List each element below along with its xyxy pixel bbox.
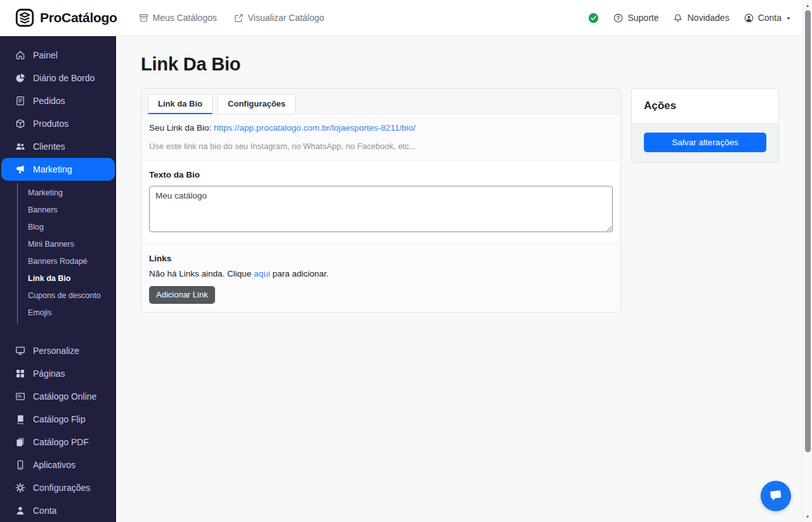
links-empty-message: Não há Links ainda. Clique aqui para adi… bbox=[149, 269, 613, 278]
megaphone-icon bbox=[15, 164, 25, 174]
topnav-novidades[interactable]: Novidades bbox=[673, 13, 729, 23]
app-logo-text: ProCatálogo bbox=[40, 10, 117, 25]
topnav-suporte[interactable]: Suporte bbox=[613, 13, 658, 23]
sidebar-item-label: Conta bbox=[33, 506, 56, 516]
check-circle-icon bbox=[588, 13, 599, 23]
tab-configuracoes[interactable]: Configurações bbox=[218, 94, 296, 114]
add-link-button[interactable]: Adicionar Link bbox=[149, 286, 215, 304]
sidebar-item-catalogo-pdf[interactable]: Catálogo PDF bbox=[0, 431, 116, 453]
sidebar-item-marketing[interactable]: Marketing bbox=[1, 158, 115, 181]
actions-card-header: Ações bbox=[632, 89, 778, 124]
sidebar-group: PainelDiário de BordoPedidosProdutosClie… bbox=[0, 44, 116, 324]
sidebar-item-clientes[interactable]: Clientes bbox=[0, 135, 116, 158]
sidebar-item-configuracoes[interactable]: Configurações bbox=[0, 476, 116, 499]
bio-link-url[interactable]: https://app.procatalogo.com.br/lojaespor… bbox=[214, 123, 416, 133]
people-icon bbox=[15, 141, 25, 152]
actions-card-body: Salvar alterações bbox=[632, 124, 778, 162]
submenu-item-mini-banners[interactable]: Mini Banners bbox=[18, 236, 116, 253]
save-button[interactable]: Salvar alterações bbox=[644, 133, 766, 152]
sidebar-submenu: MarketingBannersBlogMini BannersBanners … bbox=[17, 183, 116, 324]
scrollbar-up-arrow[interactable]: ▲ bbox=[803, 1, 812, 10]
topnav-label: Novidades bbox=[687, 13, 729, 23]
card-icon bbox=[15, 391, 25, 401]
submenu-item-cupons-de-desconto[interactable]: Cupons de desconto bbox=[18, 287, 116, 304]
external-link-icon bbox=[234, 13, 244, 23]
person-circle-icon bbox=[744, 13, 754, 23]
chat-button[interactable] bbox=[761, 481, 791, 511]
topnav-label: Meus Catálogos bbox=[153, 13, 217, 23]
sidebar-item-paginas[interactable]: Páginas bbox=[0, 362, 116, 385]
bio-text-section: Texto da Bio Meu catálogo bbox=[141, 160, 620, 244]
journal-icon bbox=[15, 96, 25, 106]
home-icon bbox=[15, 50, 25, 60]
submenu-item-link-da-bio[interactable]: Link da Bio bbox=[18, 270, 116, 287]
display-icon bbox=[15, 346, 25, 356]
sidebar-item-label: Diário de Bordo bbox=[33, 73, 95, 83]
sidebar: PainelDiário de BordoPedidosProdutosClie… bbox=[0, 36, 116, 522]
main-content: Link Da Bio Link da Bio Configurações Se… bbox=[116, 36, 802, 522]
box-icon bbox=[15, 119, 25, 129]
bio-link-label: Seu Link da Bio: bbox=[149, 123, 214, 133]
sidebar-item-personalize[interactable]: Personalize bbox=[0, 339, 116, 362]
topnav-conta[interactable]: Conta bbox=[744, 13, 792, 23]
submenu-item-blog[interactable]: Blog bbox=[18, 219, 116, 236]
tab-bar: Link da Bio Configurações bbox=[141, 89, 620, 114]
submenu-item-banners[interactable]: Banners bbox=[18, 202, 116, 219]
links-section: Links Não há Links ainda. Clique aqui pa… bbox=[141, 244, 620, 312]
bio-link-hint: Use este link na bio do seu Instagram, n… bbox=[149, 141, 613, 151]
bio-text-label: Texto da Bio bbox=[149, 170, 613, 179]
links-empty-before: Não há Links ainda. Clique bbox=[149, 269, 254, 278]
sidebar-item-label: Catálogo PDF bbox=[33, 437, 89, 447]
layers-icon bbox=[15, 8, 34, 27]
sidebar-item-label: Painel bbox=[33, 50, 58, 60]
app-logo[interactable]: ProCatálogo bbox=[15, 8, 117, 27]
sidebar-item-label: Aplicativos bbox=[33, 460, 75, 470]
sidebar-item-label: Catálogo Flip bbox=[33, 414, 86, 424]
links-empty-after: para adicionar. bbox=[270, 269, 329, 278]
sidebar-nav: PainelDiário de BordoPedidosProdutosClie… bbox=[0, 36, 116, 522]
sidebar-item-diario-de-bordo[interactable]: Diário de Bordo bbox=[0, 67, 116, 89]
sidebar-item-conta[interactable]: Conta bbox=[0, 499, 116, 522]
phone-icon bbox=[15, 460, 25, 470]
topbar: ProCatálogo Meus CatálogosVisualizar Cat… bbox=[0, 0, 812, 36]
topnav-visualizar-catalogo[interactable]: Visualizar Catálogo bbox=[234, 13, 324, 23]
gear-icon bbox=[15, 483, 25, 493]
actions-card: Ações Salvar alterações bbox=[631, 88, 779, 163]
sidebar-item-produtos[interactable]: Produtos bbox=[0, 112, 116, 135]
person-icon bbox=[15, 506, 25, 516]
sidebar-item-label: Pedidos bbox=[33, 96, 65, 106]
archive-icon bbox=[139, 13, 148, 23]
file-pdf-icon bbox=[15, 437, 25, 447]
bio-text-input[interactable]: Meu catálogo bbox=[149, 186, 613, 232]
submenu-item-banners-rodape[interactable]: Banners Rodapé bbox=[18, 253, 116, 270]
sidebar-group: PersonalizePáginasCatálogo OnlineCatálog… bbox=[0, 339, 116, 522]
sidebar-item-label: Configurações bbox=[33, 483, 90, 493]
sidebar-item-aplicativos[interactable]: Aplicativos bbox=[0, 453, 116, 476]
sidebar-item-label: Marketing bbox=[33, 164, 72, 174]
scrollbar-thumb[interactable] bbox=[805, 10, 811, 452]
add-link-inline-link[interactable]: aqui bbox=[254, 269, 270, 278]
scrollbar-down-arrow[interactable]: ▼ bbox=[803, 512, 812, 521]
sidebar-item-catalogo-flip[interactable]: Catálogo Flip bbox=[0, 408, 116, 431]
sidebar-item-label: Personalize bbox=[33, 346, 79, 356]
content-row: Link da Bio Configurações Seu Link da Bi… bbox=[141, 88, 802, 313]
bell-icon bbox=[673, 13, 683, 23]
sidebar-item-label: Clientes bbox=[33, 141, 65, 152]
book-icon bbox=[15, 414, 25, 424]
submenu-item-marketing[interactable]: Marketing bbox=[18, 185, 116, 202]
sidebar-item-catalogo-online[interactable]: Catálogo Online bbox=[0, 385, 116, 408]
page-title: Link Da Bio bbox=[141, 54, 802, 75]
submenu-item-emojis[interactable]: Emojis bbox=[18, 304, 116, 322]
chat-icon bbox=[768, 488, 784, 504]
tab-link-da-bio[interactable]: Link da Bio bbox=[148, 94, 213, 114]
link-da-bio-card: Link da Bio Configurações Seu Link da Bi… bbox=[141, 88, 621, 313]
topnav-label: Visualizar Catálogo bbox=[248, 13, 324, 23]
caret-down-icon bbox=[786, 14, 792, 22]
sidebar-item-label: Catálogo Online bbox=[33, 391, 96, 401]
question-circle-icon bbox=[613, 13, 623, 23]
pie-chart-icon bbox=[15, 73, 25, 83]
sidebar-item-pedidos[interactable]: Pedidos bbox=[0, 89, 116, 112]
topnav-label: Suporte bbox=[627, 13, 658, 23]
topnav-meus-catalogos[interactable]: Meus Catálogos bbox=[139, 13, 217, 23]
sidebar-item-painel[interactable]: Painel bbox=[0, 44, 116, 67]
